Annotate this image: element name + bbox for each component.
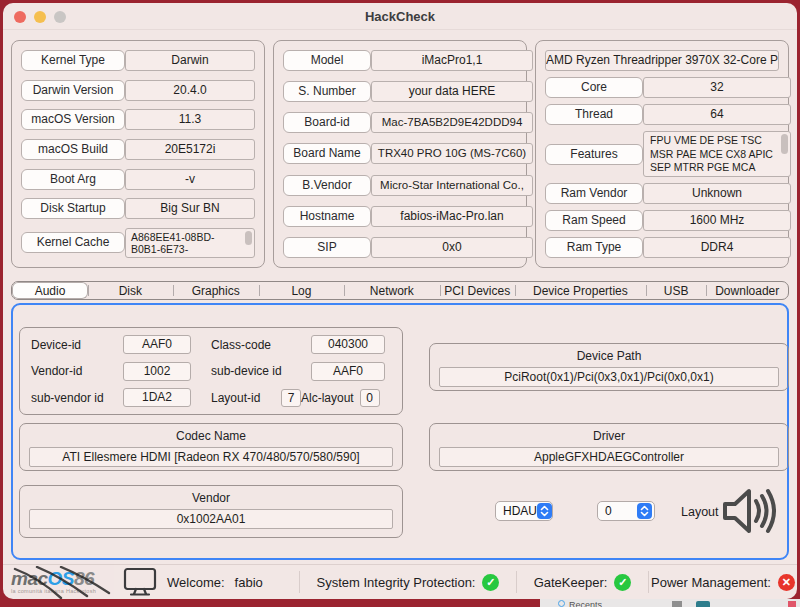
- field-label: Ram Vendor: [545, 183, 643, 204]
- kernel-panel: Kernel Type Darwin Darwin Version 20.4.0…: [11, 40, 265, 268]
- field-value: your data HERE: [371, 81, 533, 102]
- info-row: Core 32: [545, 77, 779, 98]
- tab-disk[interactable]: Disk: [88, 282, 173, 299]
- gatekeeper-section: GateKeeper: ✓: [517, 574, 648, 591]
- info-row: macOS Version 11.3: [21, 109, 255, 130]
- welcome-label: Welcome:: [167, 575, 225, 590]
- speaker-icon[interactable]: [719, 483, 781, 543]
- vendor-field: 0x1002AA01: [29, 509, 393, 529]
- field-label: B.Vendor: [283, 175, 371, 196]
- info-row: Kernel Type Darwin: [21, 50, 255, 71]
- tab-audio[interactable]: Audio: [12, 282, 88, 299]
- vendor-id-field: 1002: [123, 362, 191, 381]
- field-value: iMacPro1,1: [371, 50, 533, 71]
- field-value: 20.4.0: [125, 80, 255, 101]
- hdau-select-value: HDAU: [503, 504, 537, 518]
- info-row: SIP 0x0: [283, 237, 517, 258]
- ids-row: sub-vendor id 1DA2 Layout-id 7 Alc-layou…: [31, 388, 391, 407]
- logo-text: macOS86: [11, 570, 123, 588]
- check-circle-icon: ✓: [614, 574, 631, 591]
- info-row: Disk Startup Big Sur BN: [21, 198, 255, 219]
- field-value: fabios-iMac-Pro.lan: [371, 206, 533, 227]
- field-label: Hostname: [283, 206, 371, 227]
- field-label: Boot Arg: [21, 169, 125, 190]
- layout-number-select[interactable]: 0: [597, 501, 655, 521]
- info-row: Kernel Cache A868EE41-08BD-B0B1-6E73-01C…: [21, 228, 255, 258]
- info-row: Model iMacPro1,1: [283, 50, 517, 71]
- field-label: Board Name: [283, 143, 371, 164]
- x-circle-icon: ✕: [778, 574, 795, 591]
- field-label: Kernel Type: [21, 50, 125, 71]
- close-button[interactable]: [14, 11, 26, 23]
- class-code-field: 040300: [311, 335, 385, 354]
- kernel-cache-scroll-field[interactable]: A868EE41-08BD-B0B1-6E73-01CD10FE6: [125, 228, 255, 258]
- info-row: Ram Vendor Unknown: [545, 183, 779, 204]
- tab-downloader[interactable]: Downloader: [706, 282, 788, 299]
- field-value: Unknown: [643, 183, 791, 204]
- field-label: Features: [545, 144, 643, 165]
- field-value: TRX40 PRO 10G (MS-7C60): [371, 143, 533, 164]
- check-circle-icon: ✓: [482, 574, 499, 591]
- status-bar: macOS86 la comunità italiana Hackintosh …: [3, 564, 797, 599]
- scrollbar-thumb[interactable]: [245, 231, 252, 245]
- processor-name-field: AMD Ryzen Threadripper 3970X 32-Core Pro…: [545, 50, 779, 71]
- hdau-select[interactable]: HDAU: [495, 501, 553, 521]
- field-label: sub-device id: [211, 364, 311, 378]
- hackcheck-window: HackCheck Kernel Type Darwin Darwin Vers…: [3, 3, 797, 599]
- minimize-button[interactable]: [34, 11, 46, 23]
- field-label: S. Number: [283, 81, 371, 102]
- cpu-features-scroll-field[interactable]: FPU VME DE PSE TSC MSR PAE MCE CX8 APIC …: [643, 131, 791, 177]
- field-label: Board-id: [283, 112, 371, 133]
- field-value: Micro-Star International Co.,: [371, 175, 533, 196]
- logo-tagline: la comunità italiana Hackintosh: [11, 588, 123, 594]
- field-label: Class-code: [211, 338, 311, 352]
- tab-log[interactable]: Log: [259, 282, 344, 299]
- tab-graphics[interactable]: Graphics: [173, 282, 259, 299]
- field-label: Layout-id: [211, 391, 275, 405]
- tab-device-properties[interactable]: Device Properties: [515, 282, 646, 299]
- recents-clock-icon: [558, 600, 565, 607]
- background-icon: [672, 601, 682, 607]
- field-label: Ram Speed: [545, 210, 643, 231]
- sip-label: System Integrity Protection:: [317, 575, 476, 590]
- layout-number-value: 0: [605, 504, 612, 518]
- tab-pci-devices[interactable]: PCI Devices: [440, 282, 515, 299]
- field-label: Alc-layout: [301, 391, 354, 405]
- ids-row: Vendor-id 1002 sub-device id AAF0: [31, 362, 391, 381]
- gatekeeper-label: GateKeeper:: [534, 575, 608, 590]
- cpu-panel: AMD Ryzen Threadripper 3970X 32-Core Pro…: [535, 40, 789, 268]
- field-value: 1600 MHz: [643, 210, 791, 231]
- tab-network[interactable]: Network: [344, 282, 439, 299]
- zoom-button[interactable]: [54, 11, 66, 23]
- field-label: macOS Version: [21, 109, 125, 130]
- background-icon: [788, 601, 796, 607]
- field-value: A868EE41-08BD-B0B1-6E73-01CD10FE6: [131, 231, 240, 258]
- sub-device-id-field: AAF0: [311, 362, 385, 381]
- tab-usb[interactable]: USB: [646, 282, 707, 299]
- layout-label: Layout: [681, 505, 719, 519]
- group-title: Vendor: [20, 491, 402, 505]
- field-label: macOS Build: [21, 139, 125, 160]
- info-row: Thread 64: [545, 104, 779, 125]
- field-value: Mac-7BA5B2D9E42DDD94: [371, 112, 533, 133]
- driver-group: Driver AppleGFXHDAEGController: [429, 423, 789, 471]
- field-label: Thread: [545, 104, 643, 125]
- background-icon: [696, 601, 710, 607]
- sip-section: System Integrity Protection: ✓: [300, 574, 516, 591]
- field-label: Vendor-id: [31, 364, 123, 378]
- driver-field: AppleGFXHDAEGController: [439, 447, 779, 467]
- field-value: 0x0: [371, 237, 533, 258]
- audio-tab-content: Device-id AAF0 Class-code 040300 Vendor-…: [11, 303, 789, 560]
- scrollbar-thumb[interactable]: [781, 134, 788, 154]
- device-path-field: PciRoot(0x1)/Pci(0x3,0x1)/Pci(0x0,0x1): [439, 367, 779, 387]
- traffic-lights: [14, 11, 66, 23]
- field-label: SIP: [283, 237, 371, 258]
- info-row: macOS Build 20E5172i: [21, 139, 255, 160]
- tab-bar: Audio Disk Graphics Log Network PCI Devi…: [11, 281, 789, 300]
- field-label: Core: [545, 77, 643, 98]
- field-value: DDR4: [643, 237, 791, 258]
- info-row: Board-id Mac-7BA5B2D9E42DDD94: [283, 112, 517, 133]
- audio-ids-group: Device-id AAF0 Class-code 040300 Vendor-…: [19, 327, 403, 415]
- stepper-icon: [537, 503, 552, 519]
- field-value: 32: [643, 77, 791, 98]
